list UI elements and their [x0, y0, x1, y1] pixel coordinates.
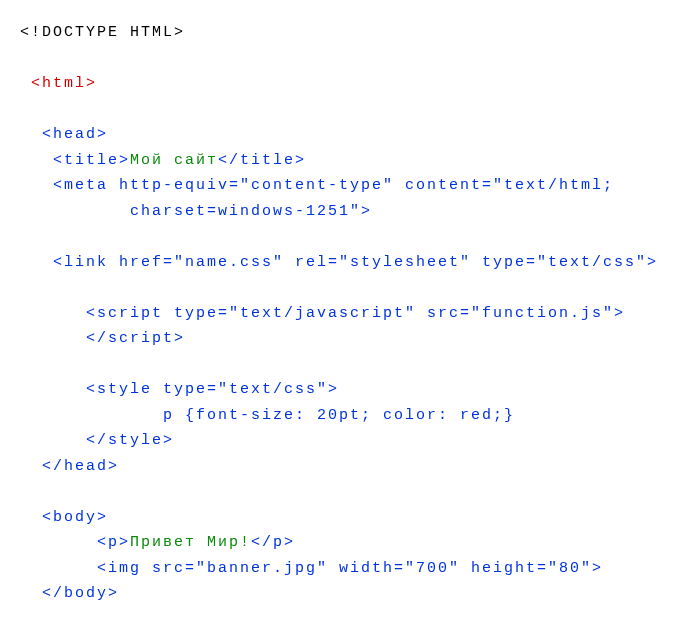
p-close-tag: </p> — [251, 534, 295, 551]
doctype-line: <!DOCTYPE HTML> — [20, 20, 680, 46]
p-line: <p>Привет Мир!</p> — [20, 530, 680, 556]
blank-line — [20, 607, 680, 631]
title-line: <title>Мой сайт</title> — [20, 148, 680, 174]
p-open-tag: <p> — [97, 534, 130, 551]
title-open-tag: <title> — [53, 152, 130, 169]
head-close-tag: </head> — [42, 458, 119, 475]
head-close-line: </head> — [20, 454, 680, 480]
script-close-line: </script> — [20, 326, 680, 352]
blank-line — [20, 352, 680, 378]
head-open-tag: <head> — [42, 126, 108, 143]
img-line: <img src="banner.jpg" width="700" height… — [20, 556, 680, 582]
blank-line — [20, 275, 680, 301]
code-block: <!DOCTYPE HTML> <html> <head> <title>Мой… — [20, 20, 680, 630]
style-open-line: <style type="text/css"> — [20, 377, 680, 403]
style-rule-line: p {font-size: 20pt; color: red;} — [20, 403, 680, 429]
meta-line-1: <meta http-equiv="content-type" content=… — [20, 173, 680, 199]
script-open-line: <script type="text/javascript" src="func… — [20, 301, 680, 327]
html-open-tag: <html> — [31, 75, 97, 92]
style-close-line: </style> — [20, 428, 680, 454]
meta-tag-1: <meta http-equiv="content-type" content=… — [53, 177, 614, 194]
head-open-line: <head> — [20, 122, 680, 148]
body-close-line: </body> — [20, 581, 680, 607]
style-open-tag: <style type="text/css"> — [86, 381, 339, 398]
meta-line-2: charset=windows-1251"> — [20, 199, 680, 225]
title-text: Мой сайт — [130, 152, 218, 169]
body-close-tag: </body> — [42, 585, 119, 602]
html-open-line: <html> — [20, 71, 680, 97]
meta-tag-2: charset=windows-1251"> — [130, 203, 372, 220]
script-open-tag: <script type="text/javascript" src="func… — [86, 305, 625, 322]
style-rule: p {font-size: 20pt; color: red;} — [163, 407, 515, 424]
blank-line — [20, 479, 680, 505]
style-close-tag: </style> — [86, 432, 174, 449]
blank-line — [20, 224, 680, 250]
title-close-tag: </title> — [218, 152, 306, 169]
blank-line — [20, 46, 680, 72]
body-open-line: <body> — [20, 505, 680, 531]
body-open-tag: <body> — [42, 509, 108, 526]
link-line: <link href="name.css" rel="stylesheet" t… — [20, 250, 680, 276]
script-close-tag: </script> — [86, 330, 185, 347]
blank-line — [20, 97, 680, 123]
img-tag: <img src="banner.jpg" width="700" height… — [97, 560, 603, 577]
p-text: Привет Мир! — [130, 534, 251, 551]
link-tag: <link href="name.css" rel="stylesheet" t… — [53, 254, 658, 271]
